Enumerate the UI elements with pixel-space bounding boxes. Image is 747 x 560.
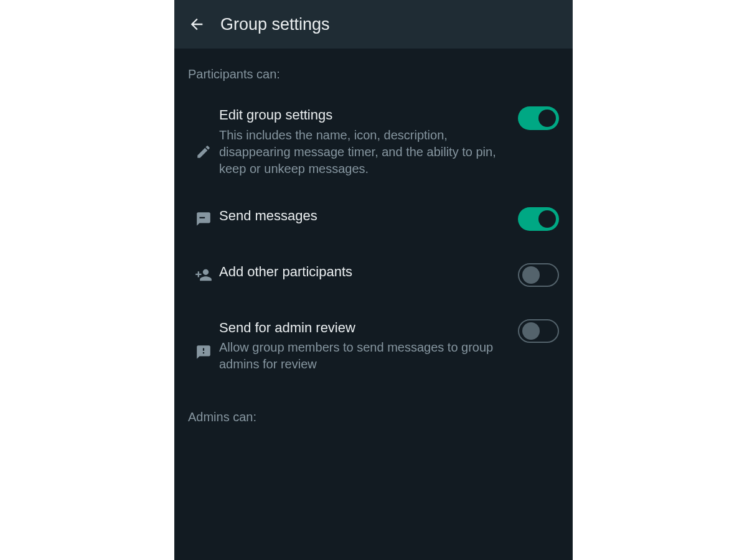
feedback-icon — [195, 344, 212, 360]
add-participants-row[interactable]: Add other participants — [174, 248, 573, 304]
admin-review-title: Send for admin review — [219, 319, 508, 337]
admins-section-label: Admins can: — [174, 388, 573, 439]
admin-review-description: Allow group members to send messages to … — [219, 339, 508, 373]
edit-group-settings-row[interactable]: Edit group settings This includes the na… — [174, 96, 573, 192]
pencil-icon — [195, 144, 212, 160]
message-icon — [195, 211, 212, 227]
participants-section-label: Participants can: — [174, 49, 573, 96]
person-add-icon — [195, 266, 212, 284]
send-messages-row[interactable]: Send messages — [174, 192, 573, 248]
add-participants-title: Add other participants — [219, 263, 508, 281]
arrow-left-icon — [188, 16, 205, 33]
page-title: Group settings — [220, 15, 330, 34]
edit-group-description: This includes the name, icon, descriptio… — [219, 127, 508, 177]
edit-group-title: Edit group settings — [219, 106, 508, 124]
edit-group-toggle[interactable] — [518, 106, 559, 130]
add-participants-toggle[interactable] — [518, 263, 559, 287]
settings-screen: Group settings Participants can: Edit gr… — [174, 0, 573, 560]
content: Participants can: Edit group settings Th… — [174, 49, 573, 439]
send-messages-toggle[interactable] — [518, 207, 559, 231]
admin-review-row[interactable]: Send for admin review Allow group member… — [174, 304, 573, 388]
back-button[interactable] — [187, 14, 207, 34]
admin-review-toggle[interactable] — [518, 319, 559, 343]
header: Group settings — [174, 0, 573, 49]
send-messages-title: Send messages — [219, 207, 508, 225]
